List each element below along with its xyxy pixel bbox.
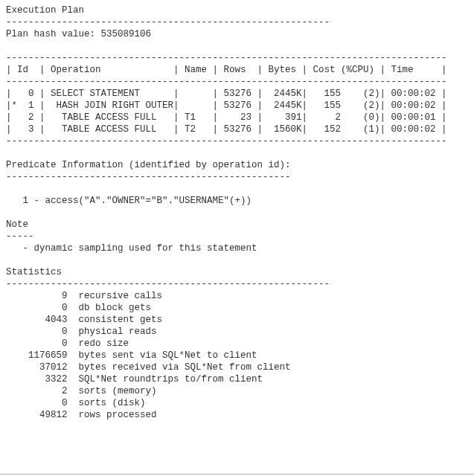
execution-plan-output: Execution Plan -------------------------… — [0, 0, 474, 475]
